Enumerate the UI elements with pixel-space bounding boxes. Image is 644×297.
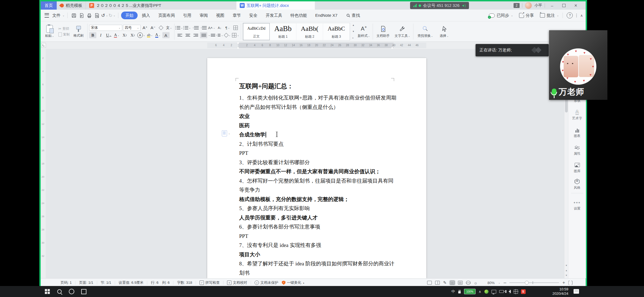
document-line[interactable]: 人员学历很重要，多引进关键人才 [239, 213, 395, 222]
decrease-indent-button[interactable]: ‹ [192, 25, 199, 31]
document-line[interactable]: PPT [239, 148, 395, 158]
zoom-out-button[interactable]: – [504, 280, 506, 285]
document-line[interactable]: 长的产品如何书写计划书（侧重点是什么） [239, 103, 395, 112]
document-line[interactable]: 医药 [239, 121, 395, 130]
menu-视图[interactable]: 视图 [212, 12, 228, 19]
menu-特色功能[interactable]: 特色功能 [286, 12, 311, 19]
style-gallery-scroll[interactable]: ▲ ▼ ≡ [352, 23, 355, 40]
document-line[interactable]: 4、怎样写好一个完整的策划书，往届项目是否和非往届项目具有同 [239, 176, 395, 186]
text-tool-button[interactable]: 文字工具⌄ [393, 25, 411, 38]
shading-button[interactable]: ⌄ [224, 32, 231, 38]
gallery-more-icon[interactable]: ≡ [352, 37, 354, 39]
sidebar-item-属性[interactable]: 属性 [568, 145, 586, 156]
tab-count-badge[interactable]: 2 [514, 3, 520, 8]
network-tray-icon[interactable] [492, 290, 496, 293]
decrease-font-button[interactable]: A⁻ [149, 25, 157, 31]
next-page-icon[interactable]: ▼ [564, 274, 568, 277]
clear-format-button[interactable] [157, 25, 165, 31]
synced-label[interactable]: 已同步 [496, 13, 509, 18]
highlight-color-button[interactable]: ab⌄ [146, 32, 154, 38]
task-view-button[interactable] [78, 286, 90, 297]
document-line[interactable]: 7、没有专利只是 idea 实现性有多强 [239, 241, 395, 250]
document-page[interactable]: 互联网+问题汇总： 1、生科类大创转化互联网+思路，对于具有潜在商业价值但研发周… [207, 58, 426, 278]
help-button[interactable]: ? [567, 12, 573, 18]
underline-button[interactable]: U⌄ [105, 32, 112, 38]
cortana-button[interactable] [66, 286, 78, 297]
menu-EndNote X7[interactable]: EndNote X7 [311, 12, 342, 19]
write-mode-button[interactable]: ✎ [443, 280, 447, 285]
tab-home[interactable]: 首页 [41, 1, 57, 10]
minimize-button[interactable]: – [547, 2, 557, 9]
select-button[interactable]: 选择⌄ [437, 25, 451, 38]
document-line[interactable]: 5、参赛人员序列有无实际影响 [239, 204, 395, 213]
touch-tray-icon[interactable] [514, 290, 518, 294]
spell-check-status[interactable]: ✓ 拼写检查 [200, 280, 220, 285]
close-button[interactable]: × [571, 2, 580, 9]
tab-ppt-file[interactable]: P ２０２００４２５...业大赛指导PPT [86, 1, 236, 10]
taskbar-clock[interactable]: 10:59 2020/4/24 [541, 286, 568, 297]
more-options-icon[interactable]: ⋮ [574, 13, 578, 18]
sort-button[interactable]: A↓ [216, 25, 223, 31]
find-replace-button[interactable]: 查找替换⌄ [415, 25, 435, 38]
document-line[interactable]: 2、计划书书写要点 [239, 139, 395, 149]
document-line[interactable]: 项目大小 [239, 250, 395, 259]
sidebar-item-艺术字[interactable]: A艺术字 [568, 109, 586, 121]
start-button[interactable] [41, 286, 53, 297]
gallery-down-icon[interactable]: ▼ [352, 30, 354, 33]
cut-button[interactable]: ✂剪切 [58, 26, 70, 31]
phonetic-guide-button[interactable]: 文⌄ [165, 25, 173, 31]
align-right-button[interactable] [192, 32, 199, 38]
menu-页面布局[interactable]: 页面布局 [154, 12, 179, 19]
status-item[interactable]: 行: 6 [151, 280, 158, 285]
collapse-ribbon-icon[interactable]: ∧ [580, 13, 583, 18]
document-line[interactable]: 不同评委侧重点不一样，但是大家有普遍共同商业价值认识； [239, 167, 395, 176]
document-line[interactable]: 农业 [239, 112, 395, 121]
zoom-level[interactable]: 80% [487, 281, 495, 285]
user-name[interactable]: 小平 [534, 3, 542, 8]
restore-button[interactable] [559, 2, 569, 9]
smart-tag-button[interactable]: ⌄ [222, 130, 230, 136]
two-page-view-button[interactable] [435, 281, 440, 285]
menu-安全[interactable]: 安全 [245, 12, 261, 19]
increase-font-button[interactable]: A⁺ [141, 25, 149, 31]
scroll-down-icon[interactable]: ▼ [564, 264, 568, 267]
export-pdf-button[interactable] [78, 12, 85, 19]
gallery-up-icon[interactable]: ▲ [352, 24, 354, 26]
fullscreen-view-button[interactable] [427, 281, 432, 285]
battery-indicator[interactable]: 100% [464, 289, 476, 294]
eye-protect-button[interactable]: ☼ [474, 280, 478, 285]
page-view-button[interactable] [450, 281, 455, 285]
tab-docer[interactable]: 稻壳模板 [57, 1, 86, 10]
redo-button[interactable]: ↻ [108, 13, 112, 18]
align-center-button[interactable] [184, 32, 191, 38]
align-left-button[interactable] [176, 32, 183, 38]
tab-stop-selector[interactable] [41, 43, 46, 48]
copy-button[interactable]: 复制 [58, 32, 70, 37]
quickbar-more-icon[interactable]: ⌄ [113, 14, 116, 17]
document-canvas[interactable]: 互联网+问题汇总： 1、生科类大创转化互联网+思路，对于具有潜在商业价值但研发周… [46, 49, 564, 278]
tray-expand-icon[interactable]: ∧ [479, 290, 481, 294]
superscript-button[interactable]: X2 [121, 32, 128, 38]
previous-page-icon[interactable]: ▲ [564, 269, 568, 272]
sidebar-item-风格[interactable]: 风格 [568, 179, 586, 190]
document-line[interactable]: 1、生科类大创转化互联网+思路，对于具有潜在商业价值但研发周期 [239, 93, 395, 103]
print-preview-button[interactable] [94, 12, 101, 19]
doc-assistant-button[interactable]: 文档助手 [375, 25, 392, 38]
status-item[interactable]: 列: 6 [162, 280, 170, 285]
document-line[interactable]: 格式借助模板，充分的数据支持，完整的逻辑； [239, 195, 395, 204]
menu-file[interactable]: 文件 [51, 12, 62, 19]
style-正文[interactable]: AaBbCcDd正文 [243, 23, 270, 40]
undo-caret-icon[interactable]: ⌄ [106, 14, 108, 17]
zoom-slider-thumb[interactable] [525, 281, 529, 285]
user-avatar[interactable] [525, 2, 532, 9]
char-shading-button[interactable]: A [162, 32, 170, 38]
hanging-indent-marker[interactable] [237, 45, 239, 48]
paste-button[interactable]: 粘贴⌄ [42, 25, 57, 38]
meeting-id-pill[interactable]: 会议号 451 912 326 ◄) [410, 2, 469, 9]
tab-doc-file-active[interactable]: W 互联网+ 问题统计.docx [236, 1, 315, 10]
document-line[interactable]: 3、评委比较看重计划书哪部分 [239, 158, 395, 167]
document-line[interactable]: 8、希望了解对于还处于 idea 阶段的项目如何撰写财务部分的商业计 [239, 259, 395, 268]
italic-button[interactable]: I [97, 32, 104, 38]
text-effects-button[interactable]: A⌄ [137, 32, 146, 38]
status-item[interactable]: 节: 1/1 [101, 280, 111, 285]
